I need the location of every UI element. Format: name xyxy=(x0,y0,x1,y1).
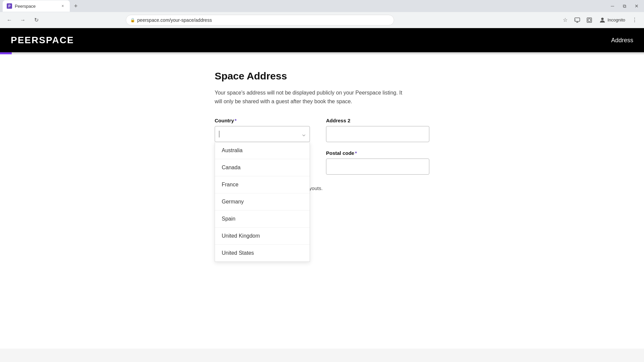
country-dropdown-wrapper: ⌵ Australia Canada France Germany Spain … xyxy=(215,126,318,142)
site-logo: PEERSPACE xyxy=(11,35,74,46)
form-container: Space Address Your space's address will … xyxy=(215,70,429,191)
address2-label: Address 2 xyxy=(326,118,429,123)
country-dropdown-list: Australia Canada France Germany Spain Un… xyxy=(215,142,310,262)
chevron-down-icon: ⌵ xyxy=(302,131,306,137)
main-content: Space Address Your space's address will … xyxy=(0,54,644,207)
back-button[interactable]: ← xyxy=(4,15,15,25)
close-button[interactable]: ✕ xyxy=(632,1,641,11)
country-required-star: * xyxy=(235,118,237,123)
page-content: PEERSPACE Address Space Address Your spa… xyxy=(0,28,644,349)
lock-icon: 🔒 xyxy=(130,18,135,22)
list-item[interactable]: France xyxy=(215,176,310,193)
list-item[interactable]: Australia xyxy=(215,142,310,159)
svg-rect-2 xyxy=(588,19,591,21)
list-item[interactable]: Canada xyxy=(215,159,310,176)
header-page-label: Address xyxy=(611,37,633,44)
list-item[interactable]: United States xyxy=(215,245,310,261)
page-title: Space Address xyxy=(215,70,429,82)
tab-favicon: P xyxy=(7,3,12,9)
more-options-button[interactable]: ⋮ xyxy=(629,15,640,25)
postal-code-input[interactable] xyxy=(326,159,429,175)
screen-cast-button[interactable] xyxy=(572,15,583,25)
incognito-label: Incognito xyxy=(607,17,625,22)
list-item-united-kingdom[interactable]: United Kingdom xyxy=(215,228,310,245)
tab-close-button[interactable]: × xyxy=(60,3,66,9)
list-item[interactable]: Germany xyxy=(215,193,310,210)
address-bar[interactable]: 🔒 peerspace.com/your-space/address xyxy=(126,15,394,25)
postal-code-field-group: Postal code* xyxy=(326,150,429,175)
page-description: Your space's address will not be display… xyxy=(215,88,429,106)
svg-rect-1 xyxy=(587,18,592,22)
form-row: Country* ⌵ Australia Canada France Germa… xyxy=(215,118,429,175)
restore-button[interactable]: ⧉ xyxy=(620,1,629,11)
address-bar-row: ← → ↻ 🔒 peerspace.com/your-space/address… xyxy=(0,12,644,28)
country-field-group: Country* ⌵ Australia Canada France Germa… xyxy=(215,118,318,142)
tab-title: Peerspace xyxy=(15,4,36,9)
site-header: PEERSPACE Address xyxy=(0,28,644,52)
svg-point-3 xyxy=(601,17,604,20)
forward-button[interactable]: → xyxy=(17,15,28,25)
text-cursor xyxy=(219,131,219,137)
browser-window-button[interactable] xyxy=(584,15,595,25)
browser-tab[interactable]: P Peerspace × xyxy=(3,0,70,12)
refresh-button[interactable]: ↻ xyxy=(31,15,42,25)
list-item[interactable]: Spain xyxy=(215,210,310,228)
address2-input[interactable] xyxy=(326,126,429,142)
bookmark-button[interactable]: ☆ xyxy=(560,15,571,25)
right-fields: Address 2 Postal code* xyxy=(326,118,429,175)
incognito-button[interactable]: Incognito xyxy=(596,15,628,25)
url-text: peerspace.com/your-space/address xyxy=(137,17,212,23)
new-tab-button[interactable]: + xyxy=(71,1,80,11)
postal-required-star: * xyxy=(355,150,357,156)
country-select[interactable]: ⌵ xyxy=(215,126,310,142)
address2-field-group: Address 2 xyxy=(326,118,429,142)
country-label: Country* xyxy=(215,118,318,123)
postal-code-label: Postal code* xyxy=(326,150,429,156)
minimize-button[interactable]: ─ xyxy=(608,1,617,11)
